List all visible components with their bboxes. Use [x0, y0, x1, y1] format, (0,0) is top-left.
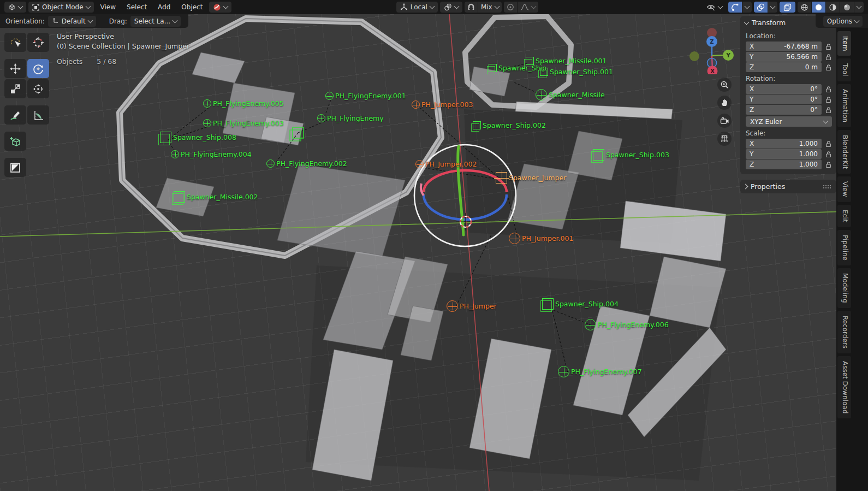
gizmo-toggle[interactable] — [728, 2, 742, 13]
lock-icon[interactable] — [825, 43, 832, 50]
empty-marker[interactable]: Spawner_Ship.003 — [593, 149, 669, 161]
empty-marker[interactable]: Spawner_Missile.002 — [174, 191, 258, 203]
pivot-point-dropdown[interactable] — [440, 2, 462, 13]
gizmo-dropdown[interactable] — [742, 2, 752, 13]
snap-mode-dropdown[interactable]: Mix — [478, 2, 502, 13]
3d-viewport[interactable]: ​ User Perspective (0) Scene Collection … — [0, 14, 868, 491]
tab-item[interactable]: Item — [837, 31, 851, 56]
tool-move[interactable] — [4, 59, 26, 78]
stats-label: Objects — [57, 57, 82, 66]
empty-marker[interactable]: PH_FlyingEnemy.001 — [325, 92, 406, 100]
tool-transform[interactable] — [27, 79, 49, 98]
rotation-x-field[interactable]: X0° — [746, 84, 822, 94]
tab-asset-download[interactable]: Asset Download — [837, 356, 851, 418]
properties-panel-header[interactable]: Properties — [740, 180, 836, 193]
empty-marker[interactable]: Spawner_Ship.008 — [160, 132, 236, 143]
overlays-dropdown[interactable] — [768, 2, 777, 13]
transform-orientation-dropdown[interactable]: Local — [396, 2, 438, 13]
proportional-edit-toggle[interactable] — [504, 2, 517, 13]
lock-icon[interactable] — [825, 86, 832, 93]
tab-edit[interactable]: Edit — [837, 205, 851, 227]
empty-marker[interactable]: PH_Jumper.002 — [415, 160, 477, 168]
rotation-z-field[interactable]: Z0° — [746, 105, 822, 115]
empty-marker[interactable]: PH_FlyingEnemy — [317, 114, 384, 122]
shading-solid-button[interactable] — [812, 2, 825, 13]
rotation-mode-dropdown[interactable]: XYZ Euler — [746, 116, 832, 127]
scale-y-field[interactable]: Y1.000 — [746, 149, 822, 159]
shading-dropdown[interactable] — [854, 2, 864, 13]
empty-marker[interactable]: PH_FlyingEnemy.003 — [203, 119, 284, 127]
menu-object[interactable]: Object — [177, 2, 207, 12]
scale-x-field[interactable]: X1.000 — [746, 139, 822, 149]
editor-type-button[interactable] — [4, 2, 26, 13]
drag-action-dropdown[interactable]: Select La... — [130, 16, 181, 27]
ortho-toggle-button[interactable] — [717, 132, 732, 146]
empty-marker[interactable]: PH_Jumper.003 — [412, 100, 473, 109]
lock-icon[interactable] — [825, 96, 832, 103]
lock-icon[interactable] — [825, 140, 832, 147]
shading-wireframe-button[interactable] — [798, 2, 811, 13]
pan-button[interactable] — [717, 96, 732, 110]
empty-marker[interactable]: Spawner_Missile.001 — [526, 57, 607, 65]
empty-marker[interactable]: PH_FlyingEnemy.006 — [585, 319, 669, 330]
drag-orientation-dropdown[interactable]: Default — [48, 16, 96, 27]
empty-marker[interactable]: PH_Jumper.001 — [509, 233, 573, 244]
snap-toggle[interactable] — [465, 2, 478, 13]
menu-add[interactable]: Add — [153, 2, 175, 12]
shading-rendered-button[interactable] — [840, 2, 854, 13]
zoom-button[interactable] — [717, 78, 732, 92]
lock-icon[interactable] — [825, 107, 832, 114]
options-dropdown[interactable]: Options — [823, 16, 863, 27]
tab-blenderkit[interactable]: BlenderKit — [837, 130, 851, 174]
menu-select[interactable]: Select — [122, 2, 151, 12]
empty-marker[interactable]: Spawner_Ship.001 — [540, 68, 613, 76]
chevron-down-icon — [173, 17, 178, 23]
rotation-y-field[interactable]: Y0° — [746, 94, 822, 104]
tab-recorders[interactable]: Recorders — [837, 311, 851, 353]
tool-tweak-select[interactable] — [4, 33, 26, 52]
lock-icon[interactable] — [825, 54, 832, 61]
navigation-gizmo[interactable]: Z Y X — [686, 22, 735, 74]
xray-toggle[interactable] — [780, 2, 795, 13]
lock-icon[interactable] — [825, 151, 832, 158]
tool-scale[interactable] — [4, 79, 26, 98]
empty-marker[interactable]: PH_FlyingEnemy.002 — [266, 159, 347, 168]
mode-dropdown[interactable]: Object Mode — [28, 2, 94, 13]
tool-rotate[interactable] — [27, 59, 49, 78]
camera-view-button[interactable] — [717, 114, 732, 128]
tool-extra[interactable] — [4, 158, 26, 177]
empty-marker[interactable]: PH_FlyingEnemy.007 — [558, 366, 642, 377]
location-y-field[interactable]: Y56.566 m — [746, 52, 822, 62]
empty-marker[interactable]: PH_Jumper — [447, 300, 497, 312]
shading-material-button[interactable] — [826, 2, 840, 13]
empty-marker[interactable]: Spawner_Ship.002 — [473, 121, 546, 129]
lock-icon[interactable] — [825, 64, 832, 71]
tab-animation[interactable]: Animation — [837, 84, 851, 127]
tab-modeling[interactable]: Modeling — [837, 268, 851, 308]
axis-negy-ball[interactable] — [689, 51, 699, 61]
overlays-toggle[interactable] — [754, 2, 768, 13]
menu-view[interactable]: View — [96, 2, 120, 12]
sphere-empty-icon — [558, 366, 569, 377]
tab-tool[interactable]: Tool — [837, 58, 851, 81]
location-z-field[interactable]: Z0 m — [746, 62, 822, 72]
addon-menu-button[interactable] — [209, 2, 231, 13]
tool-measure[interactable] — [27, 105, 49, 125]
panel-grip-icon[interactable] — [823, 185, 832, 188]
empty-marker[interactable]: Spawner_Ship.004 — [542, 298, 619, 310]
location-z-row: Z0 m — [746, 62, 832, 72]
empty-marker[interactable]: PH_FlyingEnemy.005 — [203, 99, 284, 108]
tool-cursor[interactable] — [27, 33, 49, 52]
tool-add-cube[interactable] — [4, 132, 26, 151]
location-x-field[interactable]: X-67.668 m — [746, 42, 822, 51]
tool-annotate[interactable] — [4, 105, 26, 125]
tab-pipeline[interactable]: Pipeline — [837, 230, 851, 265]
selected-object-marker[interactable]: Spawner_Jumper — [496, 172, 566, 184]
lock-icon[interactable] — [825, 161, 832, 168]
visibility-dropdown[interactable] — [703, 2, 726, 13]
empty-marker[interactable]: PH_FlyingEnemy.004 — [171, 150, 252, 158]
empty-marker[interactable]: Spawner_Missile — [536, 89, 605, 100]
tab-view[interactable]: View — [837, 176, 851, 202]
scale-z-field[interactable]: Z1.000 — [746, 159, 822, 169]
proportional-falloff-dropdown[interactable] — [518, 2, 538, 13]
